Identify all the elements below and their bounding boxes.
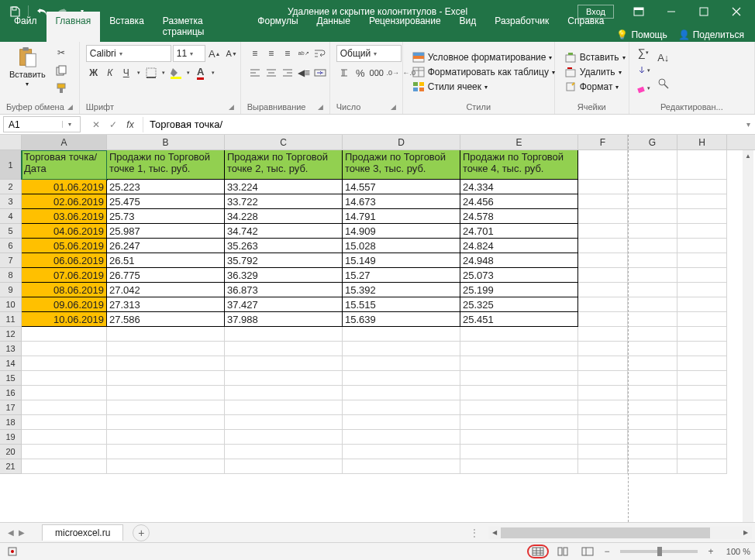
cell[interactable]	[343, 415, 460, 430]
cell[interactable]: 24.456	[460, 194, 578, 209]
cell[interactable]	[460, 445, 578, 459]
cell[interactable]: 25.451	[460, 312, 578, 327]
cell[interactable]	[22, 386, 107, 400]
cell[interactable]	[578, 268, 628, 283]
cell[interactable]	[677, 415, 727, 430]
row-header[interactable]: 8	[0, 268, 22, 283]
cell[interactable]: 14.673	[343, 194, 460, 209]
cell[interactable]: 26.775	[107, 268, 225, 283]
cell[interactable]: 25.475	[107, 194, 225, 209]
insert-cells-button[interactable]: Вставить▾	[561, 50, 629, 64]
percent-icon[interactable]: %	[353, 65, 368, 81]
conditional-formatting-button[interactable]: Условное форматирование▾	[409, 50, 556, 64]
cell[interactable]	[628, 327, 677, 342]
cell[interactable]	[578, 194, 628, 209]
cell[interactable]	[460, 371, 578, 386]
cell[interactable]: 15.028	[343, 239, 460, 253]
cell[interactable]: 04.06.2019	[22, 224, 107, 239]
cell[interactable]	[578, 224, 628, 239]
cell[interactable]: 33.224	[225, 180, 343, 194]
borders-more-icon[interactable]: ▾	[160, 65, 167, 81]
sheet-prev-icon[interactable]: ◀	[6, 527, 16, 538]
font-size-combo[interactable]: 11▾	[173, 45, 205, 62]
cell[interactable]: 36.873	[225, 283, 343, 297]
row-header[interactable]: 15	[0, 371, 22, 386]
font-color-more-icon[interactable]: ▾	[209, 65, 217, 81]
tab-данные[interactable]: Данные	[308, 12, 360, 42]
zoom-out-button[interactable]: −	[602, 546, 612, 557]
cell[interactable]	[460, 400, 578, 415]
zoom-slider[interactable]	[620, 550, 698, 553]
cell[interactable]	[107, 342, 225, 356]
row-header[interactable]: 1	[0, 150, 22, 180]
tab-разработчик[interactable]: Разработчик	[485, 12, 558, 42]
clipboard-launcher-icon[interactable]: ◢	[67, 103, 73, 111]
cell[interactable]: 36.329	[225, 268, 343, 283]
cut-icon[interactable]: ✂	[53, 45, 69, 60]
cell[interactable]	[677, 283, 727, 297]
cell[interactable]	[578, 209, 628, 224]
format-cells-button[interactable]: Формат▾	[561, 80, 622, 94]
wrap-text-icon[interactable]	[312, 46, 328, 61]
cell[interactable]: Торговая точка/ Дата	[22, 150, 107, 180]
font-color-icon[interactable]: A	[193, 65, 209, 81]
column-header[interactable]: H	[677, 135, 727, 149]
accounting-icon[interactable]	[336, 65, 352, 81]
cell[interactable]: Продажи по Торговой точке 4, тыс. руб.	[460, 150, 578, 180]
name-box[interactable]: ▾	[3, 116, 81, 132]
merge-icon[interactable]	[312, 65, 328, 81]
cell[interactable]	[225, 356, 343, 371]
cell[interactable]	[628, 297, 677, 312]
cell[interactable]	[460, 386, 578, 400]
cell[interactable]	[628, 342, 677, 356]
cell[interactable]	[343, 400, 460, 415]
add-sheet-button[interactable]: +	[133, 524, 150, 541]
cell[interactable]: 25.987	[107, 224, 225, 239]
cell[interactable]: 05.06.2019	[22, 239, 107, 253]
cell[interactable]	[677, 194, 727, 209]
align-center-icon[interactable]	[264, 65, 279, 81]
cell[interactable]: 15.515	[343, 297, 460, 312]
cell[interactable]: 15.149	[343, 253, 460, 268]
cell[interactable]	[677, 430, 727, 445]
cell[interactable]	[677, 445, 727, 459]
cell[interactable]	[628, 445, 677, 459]
cell-styles-button[interactable]: Стили ячеек▾	[409, 80, 491, 94]
align-launcher-icon[interactable]: ◢	[318, 103, 323, 111]
record-macro-icon[interactable]	[5, 544, 20, 559]
cell[interactable]: 25.73	[107, 209, 225, 224]
tab-главная[interactable]: Главная	[47, 12, 101, 42]
page-layout-view-button[interactable]	[552, 545, 574, 558]
cell[interactable]: 27.313	[107, 297, 225, 312]
align-bottom-icon[interactable]: ≡	[280, 46, 295, 61]
cell[interactable]	[343, 430, 460, 445]
cell[interactable]	[22, 400, 107, 415]
font-family-combo[interactable]: Calibri▾	[86, 45, 171, 62]
cell[interactable]: 34.742	[225, 224, 343, 239]
cell[interactable]	[677, 209, 727, 224]
cell[interactable]	[628, 459, 677, 474]
cell[interactable]	[677, 342, 727, 356]
cell[interactable]	[225, 342, 343, 356]
cell[interactable]: 10.06.2019	[22, 312, 107, 327]
fill-color-icon[interactable]	[168, 65, 184, 81]
cell[interactable]	[677, 268, 727, 283]
cell[interactable]: Продажи по Торговой точке 2, тыс. руб.	[225, 150, 343, 180]
paste-button[interactable]: Вставить▾	[6, 45, 49, 89]
cell[interactable]	[677, 327, 727, 342]
cell[interactable]: 15.639	[343, 312, 460, 327]
zoom-in-button[interactable]: +	[705, 546, 716, 557]
cell[interactable]	[22, 445, 107, 459]
clear-icon[interactable]: ▾	[636, 81, 651, 96]
cell[interactable]	[578, 239, 628, 253]
row-header[interactable]: 16	[0, 386, 22, 400]
vertical-scrollbar[interactable]: ▲	[743, 150, 753, 522]
cell[interactable]	[628, 312, 677, 327]
find-select-icon[interactable]	[656, 76, 671, 91]
italic-button[interactable]: К	[102, 65, 118, 81]
cell[interactable]: 26.51	[107, 253, 225, 268]
cell[interactable]	[628, 400, 677, 415]
underline-more-icon[interactable]: ▾	[135, 65, 143, 81]
cell[interactable]	[677, 150, 727, 180]
cell[interactable]	[343, 342, 460, 356]
